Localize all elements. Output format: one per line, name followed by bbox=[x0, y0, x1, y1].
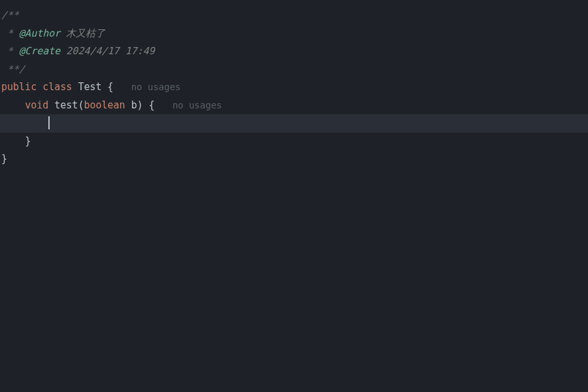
open-brace: { bbox=[102, 81, 114, 93]
text-cursor bbox=[48, 116, 50, 129]
code-line[interactable]: void test(boolean b) { no usages bbox=[0, 97, 588, 115]
hint-gap bbox=[114, 81, 131, 93]
javadoc-prefix: * bbox=[1, 27, 19, 39]
close-brace: } bbox=[25, 135, 31, 147]
keyword-public: public bbox=[1, 81, 37, 93]
javadoc-prefix: * bbox=[1, 45, 19, 57]
code-line[interactable]: * @Create 2024/4/17 17:49 bbox=[0, 42, 588, 61]
indent bbox=[1, 117, 48, 129]
usage-hint[interactable]: no usages bbox=[172, 100, 222, 110]
javadoc-create-value: 2024/4/17 17:49 bbox=[60, 45, 155, 57]
space bbox=[48, 99, 54, 111]
rparen: ) bbox=[137, 99, 143, 111]
keyword-void: void bbox=[25, 99, 48, 111]
code-line[interactable]: **/ bbox=[0, 61, 588, 79]
type-boolean: boolean bbox=[84, 99, 125, 111]
hint-gap bbox=[155, 99, 172, 111]
indent bbox=[1, 99, 25, 111]
method-name: test bbox=[54, 99, 78, 111]
code-line[interactable]: /** bbox=[0, 7, 588, 25]
code-line[interactable]: } bbox=[0, 150, 588, 169]
space bbox=[37, 81, 42, 93]
code-line[interactable]: } bbox=[0, 133, 588, 151]
javadoc-author-tag: @Author bbox=[19, 27, 60, 39]
javadoc-close: **/ bbox=[1, 63, 25, 75]
indent bbox=[1, 135, 25, 147]
param-name: b bbox=[125, 99, 137, 111]
open-brace: { bbox=[143, 99, 155, 111]
code-line-active[interactable] bbox=[0, 114, 588, 133]
class-name: Test bbox=[78, 81, 101, 93]
close-brace: } bbox=[1, 153, 7, 165]
keyword-class: class bbox=[42, 81, 72, 93]
usage-hint[interactable]: no usages bbox=[131, 82, 181, 92]
code-line[interactable]: * @Author 木又枯了 bbox=[0, 25, 588, 43]
code-editor[interactable]: /** * @Author 木又枯了 * @Create 2024/4/17 1… bbox=[0, 0, 588, 392]
javadoc-create-tag: @Create bbox=[19, 45, 60, 57]
javadoc-open: /** bbox=[1, 9, 19, 21]
javadoc-author-value: 木又枯了 bbox=[60, 27, 105, 39]
code-line[interactable]: public class Test { no usages bbox=[0, 78, 588, 97]
